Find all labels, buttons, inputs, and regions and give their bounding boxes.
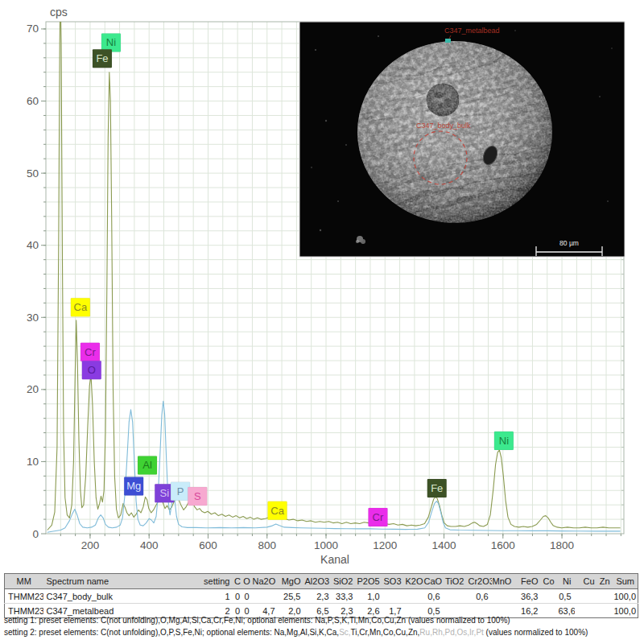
y-tick-label: 30	[27, 312, 39, 324]
element-badge-Al: Al	[138, 456, 157, 474]
eds-report-page: cps 010203040506070200400600800100012001…	[0, 0, 644, 644]
footnote-muted-elements: Sc,	[339, 628, 350, 637]
column-header-MgO: MgO	[279, 574, 304, 589]
sem-label-body-bulk: C347_body_bulk	[416, 122, 471, 130]
x-tick-label: 1800	[550, 539, 574, 551]
column-header-Co: Co	[542, 574, 558, 589]
x-tick-label: 200	[81, 539, 100, 551]
y-tick-label: 20	[27, 383, 39, 395]
metalbead-spot-marker	[445, 39, 451, 43]
dust-speck	[345, 144, 347, 146]
y-tick-label: 40	[27, 239, 39, 251]
scale-bar-label: 80 µm	[559, 239, 579, 247]
column-header-Zn: Zn	[598, 574, 613, 589]
dust-speck	[607, 200, 609, 202]
element-badge-symbol: Fe	[431, 482, 443, 494]
table-cell: 1,0	[357, 589, 383, 604]
element-badge-Fe: Fe	[93, 49, 112, 68]
table-row: THMM234C347_body_bulk10025,52,333,31,00,…	[5, 589, 638, 604]
element-badge-symbol: O	[88, 364, 96, 376]
dust-speck	[378, 35, 379, 37]
y-tick-label: 60	[27, 95, 39, 107]
element-badge-S: S	[188, 487, 207, 506]
table-cell	[444, 589, 468, 604]
element-badge-symbol: Si	[159, 487, 169, 499]
element-badge-symbol: Fe	[96, 52, 108, 64]
table-cell: 100,0	[613, 589, 638, 604]
footnote-text: setting 2: preset elements: C(not unfold…	[4, 628, 339, 637]
dust-speck	[514, 30, 516, 31]
dust-speck	[337, 200, 339, 202]
table-cell	[252, 589, 279, 604]
spectrum-line-C347_body_bulk	[47, 401, 621, 532]
table-cell: 0,6	[423, 589, 444, 604]
element-badge-Cr: Cr	[80, 343, 100, 361]
table-cell: 0	[233, 589, 242, 604]
footnote-text: (values normalized to 100%)	[484, 628, 588, 637]
element-badge-Mg: Mg	[124, 477, 143, 495]
column-header-K2O: K2O	[405, 574, 423, 589]
column-header-C: C	[233, 574, 242, 589]
x-tick-label: 800	[258, 539, 276, 551]
element-badge-symbol: S	[194, 490, 201, 502]
table-cell: THMM234	[5, 589, 43, 604]
element-badge-Cr: Cr	[368, 508, 387, 526]
dust-speck	[311, 167, 312, 168]
table-cell	[492, 589, 514, 604]
dust-speck	[599, 96, 601, 97]
column-header-setting: setting	[200, 574, 233, 589]
element-badge-symbol: Ni	[106, 36, 116, 48]
dust-speck	[315, 49, 316, 51]
table-cell: 1	[200, 589, 233, 604]
element-badge-symbol: Mg	[126, 480, 141, 492]
element-badge-Ni: Ni	[494, 431, 514, 450]
element-badge-symbol: Cr	[85, 346, 96, 358]
table-cell: 0,6	[468, 589, 492, 604]
table-cell: 0,5	[558, 589, 575, 604]
y-tick-label: 0	[32, 528, 39, 540]
table-cell: 2,3	[304, 589, 332, 604]
column-header-Ni: Ni	[558, 574, 575, 589]
x-tick-label: 1600	[491, 539, 515, 551]
y-tick-label: 10	[27, 456, 39, 468]
x-tick-label: 1000	[314, 539, 338, 551]
x-tick-label: 600	[199, 539, 217, 551]
debris-blob	[356, 240, 359, 243]
table-cell	[575, 589, 598, 604]
column-header-Cu: Cu	[575, 574, 598, 589]
dust-speck	[325, 120, 327, 122]
y-tick-label: 50	[27, 167, 39, 180]
element-badge-symbol: Cr	[373, 511, 384, 523]
table-cell	[542, 589, 558, 604]
column-header-Sum: Sum	[613, 574, 638, 589]
table-cell: 25,5	[279, 589, 304, 604]
column-header-SiO2: SiO2	[332, 574, 357, 589]
quantification-table: MMSpectrum namesettingCONa2OMgOAl2O3SiO2…	[4, 573, 638, 618]
column-header-Na2O: Na2O	[252, 574, 279, 589]
sem-inset-image: C347_body_bulk C347_metalbead 80 µm	[299, 22, 625, 257]
column-header-P2O5: P2O5	[357, 574, 383, 589]
table-cell: C347_body_bulk	[43, 589, 200, 604]
element-badge-Ca: Ca	[268, 502, 287, 520]
column-header-Cr2O3: Cr2O3	[468, 574, 492, 589]
x-axis-label: Kanal	[320, 553, 349, 566]
element-badge-Fe: Fe	[427, 479, 447, 497]
footnote-text: setting 1: preset elements: C(not unfold…	[4, 616, 510, 625]
sem-label-metalbead: C347_metalbead	[444, 27, 500, 35]
element-badge-symbol: Ca	[270, 505, 284, 517]
y-axis-unit-label: cps	[50, 6, 68, 19]
x-tick-label: 1400	[432, 539, 456, 551]
settings-footnotes: setting 1: preset elements: C(not unfold…	[4, 614, 642, 638]
dust-speck	[320, 229, 321, 231]
element-badge-symbol: P	[177, 485, 184, 497]
column-header-Al2O3: Al2O3	[304, 574, 332, 589]
column-header-CaO: CaO	[423, 574, 444, 589]
column-header-SO3: SO3	[383, 574, 405, 589]
element-badge-P: P	[171, 482, 190, 501]
column-header-MM: MM	[5, 574, 43, 589]
table-cell	[383, 589, 405, 604]
debris-blob	[361, 239, 365, 244]
table-cell: 33,3	[332, 589, 357, 604]
column-header-Spectrum name: Spectrum name	[43, 574, 200, 589]
table-cell	[405, 589, 423, 604]
